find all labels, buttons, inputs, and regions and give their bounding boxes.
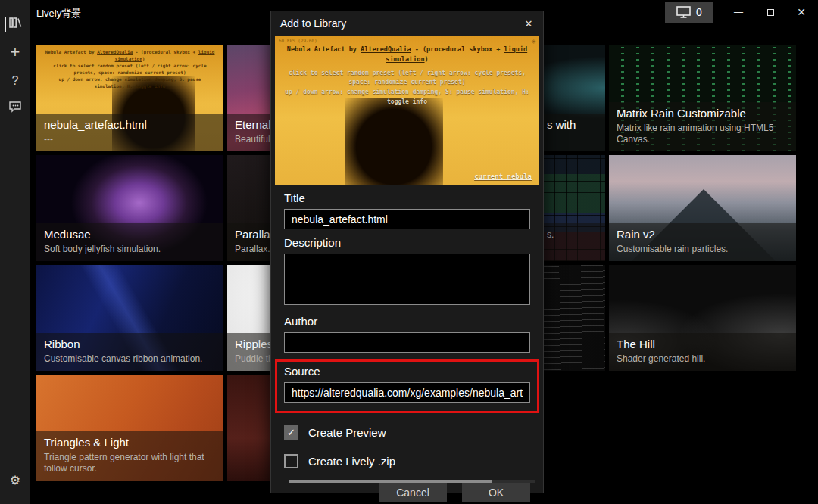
- nebula-sphere-graphic: [345, 98, 443, 185]
- library-icon: [8, 16, 22, 33]
- tile-subtitle: Matrix like rain animation using HTML5 C…: [617, 123, 788, 146]
- dialog-buttons: Cancel OK: [284, 482, 530, 502]
- title-field[interactable]: [284, 209, 530, 229]
- tile-title: Matrix Rain Customizable: [617, 107, 788, 121]
- minimize-button[interactable]: —: [727, 2, 750, 23]
- create-preview-label: Create Preview: [308, 426, 386, 439]
- tile-title: Ribbon: [44, 338, 216, 352]
- window-close-button[interactable]: ✕: [790, 2, 813, 23]
- monitor-icon: [676, 6, 691, 18]
- tile-caption: The Hill Shader generated hill.: [609, 333, 796, 371]
- plus-icon: +: [11, 42, 20, 62]
- check-icon: ✓: [287, 427, 295, 438]
- tile-triangles-light[interactable]: Triangles & Light Triangle pattern gener…: [36, 375, 223, 481]
- link-alteredqualia[interactable]: AlteredQualia: [361, 45, 411, 53]
- tile-caption: Medusae Soft body jellyfish simulation.: [36, 223, 223, 261]
- sidebar-item-help[interactable]: ?: [0, 70, 30, 92]
- sidebar-item-add-wallpaper[interactable]: +: [0, 42, 30, 63]
- app-title: Lively背景: [36, 7, 81, 20]
- description-field-label: Description: [284, 236, 530, 249]
- sidebar: + ? ⚙: [0, 0, 30, 504]
- tile-subtitle: s.: [547, 229, 598, 241]
- close-icon: ✕: [525, 18, 533, 30]
- tile-subtitle: ---: [44, 134, 216, 146]
- close-icon: ✕: [797, 6, 806, 18]
- create-zip-label: Create Lively .zip: [308, 455, 395, 468]
- tile-subtitle: Customisable canvas ribbon animation.: [44, 353, 216, 366]
- sidebar-item-feedback[interactable]: [0, 98, 30, 119]
- dialog-scrollbar[interactable]: [289, 480, 535, 483]
- tile-subtitle: Shader generated hill.: [617, 353, 788, 366]
- title-field-label: Title: [284, 191, 530, 204]
- tile-matrix-rain[interactable]: Matrix Rain Customizable Matrix like rai…: [609, 45, 796, 151]
- gear-icon: ⚙: [10, 473, 20, 487]
- feedback-icon: [8, 101, 22, 117]
- ok-button[interactable]: OK: [462, 482, 530, 502]
- wallpaper-preview: 60 FPS (29-60) ✳ Nebula Artefact by Alte…: [275, 36, 539, 185]
- cancel-button[interactable]: Cancel: [379, 482, 447, 502]
- create-zip-checkbox[interactable]: [284, 454, 298, 468]
- fps-counter: 60 FPS (29-60): [279, 38, 317, 43]
- source-highlight-box: Source: [275, 359, 539, 413]
- tile-subtitle: Triangle pattern generator with light th…: [44, 452, 216, 475]
- dialog-form: Title Description Author Source ✓ Create…: [271, 191, 543, 502]
- monitor-select-button[interactable]: 0: [665, 2, 713, 23]
- create-preview-row: ✓ Create Preview: [284, 423, 530, 441]
- tile-title: Medusae: [44, 228, 216, 242]
- dialog-close-button[interactable]: ✕: [519, 14, 539, 33]
- tile-title: s with: [547, 118, 598, 132]
- maximize-button[interactable]: [759, 2, 782, 23]
- tile-nebula-artefact[interactable]: Nebula Artefact by AlteredQualia - (proc…: [36, 45, 223, 151]
- tile-title: nebula_artefact.html: [44, 118, 216, 132]
- preview-instructions: click to select random preset (left / ri…: [275, 69, 539, 107]
- tile-caption: Ribbon Customisable canvas ribbon animat…: [36, 333, 223, 371]
- tile-subtitle: Soft body jellyfish simulation.: [44, 244, 216, 256]
- tile-nebula-overlay-text: Nebula Artefact by AlteredQualia - (proc…: [36, 48, 223, 89]
- tile-caption: Matrix Rain Customizable Matrix like rai…: [609, 102, 796, 151]
- help-icon: ?: [12, 74, 19, 88]
- maximize-icon: [767, 9, 774, 16]
- description-field[interactable]: [284, 254, 530, 305]
- tile-subtitle: Customisable rain particles.: [617, 244, 788, 256]
- tile-caption: Rain v2 Customisable rain particles.: [609, 223, 796, 261]
- author-field[interactable]: [284, 332, 530, 353]
- current-nebula-label: current nebula: [474, 173, 532, 180]
- source-field[interactable]: [284, 382, 530, 403]
- tile-title: Triangles & Light: [44, 436, 216, 450]
- add-to-library-dialog: Add to Library ✕ 60 FPS (29-60) ✳ Nebula…: [270, 11, 544, 493]
- sidebar-item-settings[interactable]: ⚙: [0, 469, 30, 490]
- dialog-header: Add to Library ✕: [271, 11, 543, 34]
- create-preview-checkbox[interactable]: ✓: [284, 425, 298, 440]
- dialog-title: Add to Library: [280, 17, 346, 30]
- tile-title: Rain v2: [617, 228, 788, 242]
- tile-caption: Triangles & Light Triangle pattern gener…: [36, 431, 223, 481]
- dialog-scrollbar-thumb[interactable]: [289, 480, 492, 483]
- preview-heading: Nebula Artefact by AlteredQualia - (proc…: [275, 45, 539, 64]
- tile-rain-v2[interactable]: Rain v2 Customisable rain particles.: [609, 155, 796, 261]
- author-field-label: Author: [284, 315, 530, 328]
- tile-medusae[interactable]: Medusae Soft body jellyfish simulation.: [36, 155, 223, 261]
- tile-caption: nebula_artefact.html ---: [36, 114, 223, 151]
- tile-the-hill[interactable]: The Hill Shader generated hill.: [609, 265, 796, 371]
- minimize-icon: —: [734, 7, 743, 17]
- source-field-label: Source: [284, 365, 530, 378]
- grid-empty-cell: [609, 375, 796, 481]
- create-zip-row: Create Lively .zip: [284, 452, 530, 470]
- monitor-count: 0: [696, 6, 702, 18]
- tile-ribbon[interactable]: Ribbon Customisable canvas ribbon animat…: [36, 265, 223, 371]
- sidebar-item-library[interactable]: [0, 14, 30, 35]
- tile-title: The Hill: [617, 338, 788, 352]
